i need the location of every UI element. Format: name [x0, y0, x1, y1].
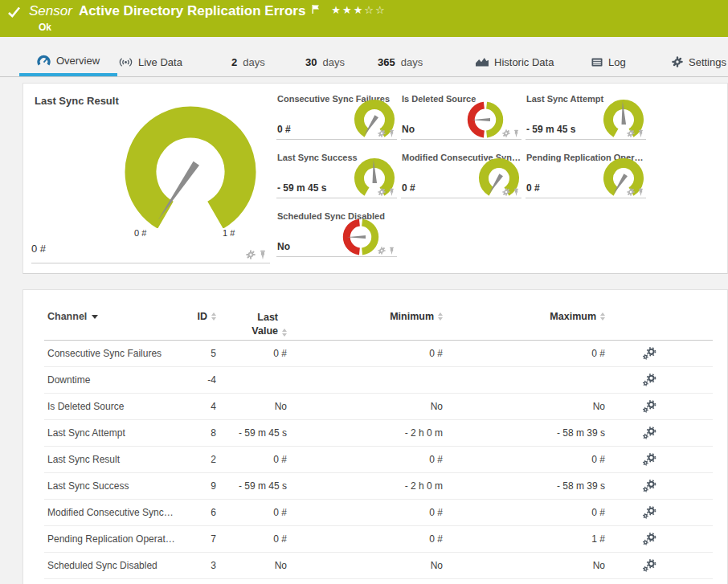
gauge-settings-gear-icon[interactable] [246, 250, 256, 259]
channel-minimum-cell: 0 # [287, 454, 443, 465]
last-sync-result-gauge [120, 100, 261, 228]
gauge-pin-icon[interactable] [259, 250, 267, 259]
tab-bar: Overview Live Data 2 days 30 days 365 [0, 37, 728, 77]
gauge-settings-gear-icon[interactable] [378, 129, 386, 137]
channel-name-cell[interactable]: Downtime [44, 374, 176, 386]
sort-caret-down-icon [92, 315, 98, 319]
channel-minimum-cell: 0 # [287, 348, 443, 359]
table-row: Consecutive Sync Failures 5 0 # 0 # 0 # [44, 341, 713, 367]
gauge-settings-gear-icon[interactable] [378, 247, 386, 255]
tab-overview[interactable]: Overview [19, 47, 117, 76]
channel-id-cell: 8 [176, 427, 216, 439]
gauge-settings-gear-icon[interactable] [627, 188, 635, 196]
channel-table-body: Consecutive Sync Failures 5 0 # 0 # 0 # … [44, 341, 713, 579]
table-row: Last Sync Success 9 - 59 m 45 s - 2 h 0 … [44, 473, 713, 500]
gauge-cell-scheduled-sync-disabled: Scheduled Sync Disabled No [276, 210, 397, 257]
gauge-pin-icon[interactable] [388, 188, 395, 196]
sort-icon [600, 312, 605, 321]
channel-settings-gear-icon[interactable] [642, 506, 656, 519]
column-header-id[interactable]: ID [176, 311, 216, 322]
channel-id-cell: 6 [176, 507, 216, 518]
channel-name-cell[interactable]: Modified Consecutive Sync Failures [44, 507, 176, 518]
table-row: Is Deleted Source 4 No No No [44, 394, 713, 420]
gauge-cell-last-sync-success: Last Sync Success - 59 m 45 s [276, 152, 397, 198]
channel-settings-gear-icon[interactable] [642, 374, 656, 386]
flag-icon[interactable] [312, 4, 320, 14]
tab-2-days[interactable]: 2 days [231, 47, 265, 76]
column-header-channel[interactable]: Channel [44, 311, 176, 322]
channel-maximum-cell: 1 # [443, 533, 605, 545]
channel-minimum-cell: - 2 h 0 m [287, 427, 443, 439]
tab-log[interactable]: Log [591, 47, 626, 76]
main-gauge-value: 0 # [31, 243, 46, 255]
gauge-cell-pending-replication-operations: Pending Replication Operations 0 # [526, 152, 646, 198]
channel-name-cell[interactable]: Last Sync Attempt [44, 427, 176, 439]
main-gauge-title: Last Sync Result [35, 95, 119, 107]
gauge-pin-icon[interactable] [513, 129, 520, 137]
gauge-pin-icon[interactable] [388, 247, 395, 255]
tab-live-data[interactable]: Live Data [119, 47, 182, 76]
channel-actions-cell [605, 347, 693, 360]
tab-365-days[interactable]: 365 days [378, 47, 423, 76]
gauge-settings-gear-icon[interactable] [502, 188, 510, 196]
channel-actions-cell [605, 480, 693, 492]
channel-actions-cell [605, 427, 693, 439]
status-badge: Ok [39, 22, 51, 33]
column-header-minimum[interactable]: Minimum [287, 311, 443, 322]
channel-maximum-cell: 0 # [443, 454, 605, 465]
channel-settings-gear-icon[interactable] [642, 480, 656, 492]
boolean-gauge-icon [465, 100, 505, 140]
table-row: Pending Replication Operations 7 0 # 0 #… [44, 526, 713, 553]
channel-name-cell[interactable]: Scheduled Sync Disabled [44, 560, 176, 571]
gauges-panel: Last Sync Result 0 # 1 # 0 # [22, 83, 728, 274]
column-header-last-value[interactable]: Last Value [216, 311, 287, 338]
channel-settings-gear-icon[interactable] [642, 453, 656, 466]
gauge-cell-modified-consecutive-sync-failures: Modified Consecutive Sync Failures 0 # [401, 152, 521, 198]
channel-actions-cell [605, 400, 693, 413]
gauge-settings-gear-icon[interactable] [502, 129, 510, 137]
table-row: Downtime -4 [44, 367, 713, 394]
gauge-settings-gear-icon[interactable] [378, 188, 386, 196]
channel-minimum-cell: 0 # [287, 533, 443, 545]
channel-settings-gear-icon[interactable] [642, 427, 656, 439]
boolean-gauge-icon [341, 217, 381, 257]
gauge-cell-last-sync-attempt: Last Sync Attempt - 59 m 45 s [526, 93, 646, 140]
table-row: Scheduled Sync Disabled 3 No No No [44, 553, 713, 579]
channel-last-value-cell: 0 # [216, 533, 287, 545]
tab-historic-data[interactable]: Historic Data [476, 47, 554, 76]
page-title: Active Directory Replication Errors [79, 3, 305, 19]
channel-settings-gear-icon[interactable] [642, 559, 656, 572]
channel-name-cell[interactable]: Consecutive Sync Failures [44, 348, 176, 359]
gauge-settings-gear-icon[interactable] [627, 129, 635, 137]
gauge-pin-icon[interactable] [637, 129, 644, 137]
channel-maximum-cell: No [443, 401, 605, 412]
column-header-maximum[interactable]: Maximum [443, 311, 605, 322]
channel-settings-gear-icon[interactable] [642, 533, 656, 545]
channel-table-header: Channel ID Last Value Minimum Maximum [44, 311, 713, 341]
channel-maximum-cell: - 58 m 39 s [443, 427, 605, 439]
channel-table-panel: Channel ID Last Value Minimum Maximum Co… [22, 289, 728, 584]
channel-actions-cell [605, 374, 693, 386]
tab-30-days[interactable]: 30 days [305, 47, 345, 76]
channel-name-cell[interactable]: Last Sync Success [44, 480, 176, 492]
status-ok-check-icon [7, 6, 21, 19]
tab-settings[interactable]: Settings [672, 47, 726, 76]
star-rating[interactable]: ★★★☆☆ [331, 4, 386, 16]
channel-last-value-cell: No [216, 560, 287, 571]
sensor-kind-label: Sensor [29, 3, 72, 19]
channel-settings-gear-icon[interactable] [642, 347, 656, 360]
channel-id-cell: -4 [176, 374, 216, 386]
log-icon [591, 58, 603, 67]
channel-maximum-cell: 0 # [443, 507, 605, 518]
gauge-pin-icon[interactable] [637, 188, 644, 196]
channel-name-cell[interactable]: Last Sync Result [44, 454, 176, 465]
channel-id-cell: 9 [176, 480, 216, 492]
channel-last-value-cell: 0 # [216, 454, 287, 465]
channel-actions-cell [605, 506, 693, 519]
channel-name-cell[interactable]: Pending Replication Operations [44, 533, 176, 545]
gauge-pin-icon[interactable] [388, 129, 395, 137]
channel-settings-gear-icon[interactable] [642, 400, 656, 413]
channel-minimum-cell: No [287, 401, 443, 412]
gauge-pin-icon[interactable] [513, 188, 520, 196]
channel-name-cell[interactable]: Is Deleted Source [44, 401, 176, 412]
